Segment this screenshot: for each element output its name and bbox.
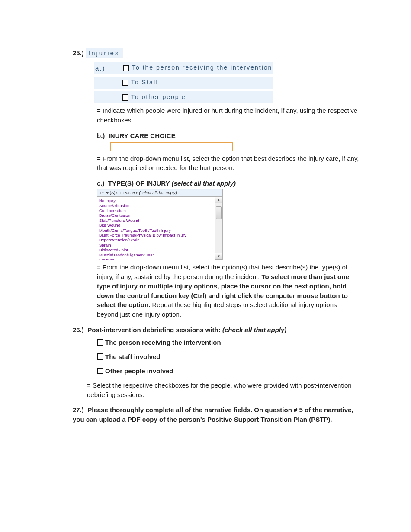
q25-number: 25.) [73, 49, 84, 57]
injury-option[interactable]: Hyperextension/Strain [99, 237, 213, 242]
q25-b-title: INURY CARE CHOICE [109, 132, 176, 139]
injury-option[interactable]: Bruise/Contusion [99, 213, 213, 218]
scrollbar[interactable]: ▲ ▼ [215, 197, 222, 260]
injury-option[interactable]: Stab/Puncture Wound [99, 218, 213, 223]
injury-care-dropdown[interactable] [110, 142, 233, 151]
injury-option[interactable]: Dislocated Joint [99, 247, 213, 252]
q27-paragraph: 27.) Please thoroughly complete all of t… [73, 405, 359, 424]
checkbox-other-people[interactable] [122, 94, 128, 101]
q25-c-instruction: = From the drop-down menu list, select t… [97, 263, 359, 319]
injury-widget-body: No Injury Scrape/Abrasion Cut/Laceration… [97, 197, 222, 260]
q25-c-heading: c.) TYPE(S) OF INJURY (select all that a… [97, 179, 359, 188]
q27-number: 27.) [73, 406, 84, 413]
q25-cb-label-1: To Staff [131, 78, 158, 87]
q26-cb-label-1: The staff involved [105, 352, 161, 361]
q26-note: (check all that apply) [222, 326, 286, 333]
q26-heading: 26.) Post-intervention debriefing sessio… [73, 325, 359, 334]
scroll-down-icon[interactable]: ▼ [215, 253, 222, 260]
q26-title: Post-intervention debriefing sessions wi… [87, 326, 221, 333]
injury-widget-header-text: TYPE(S) OF INJURY [99, 190, 138, 195]
injury-option[interactable]: Blunt Force Trauma/Physical Blow Impact … [99, 233, 213, 237]
q26-checkbox-group: The person receiving the intervention Th… [97, 338, 359, 375]
q27-text: Please thoroughly complete all of the na… [73, 406, 353, 423]
injury-option[interactable]: Sprain [99, 243, 213, 247]
injury-option[interactable]: Cut/Laceration [99, 208, 213, 213]
q26-row-0: The person receiving the intervention [97, 338, 359, 347]
q25-cb-label-0: To the person receiving the intervention [132, 64, 272, 72]
checkbox-debrief-staff[interactable] [97, 353, 103, 360]
injury-widget-header: TYPE(S) OF INJURY (select all that apply… [97, 189, 222, 197]
injury-widget-header-note: (select all that apply) [139, 190, 177, 195]
injury-option[interactable]: Bite Wound [99, 223, 213, 228]
q25-b-label: b.) [97, 132, 105, 139]
scroll-up-icon[interactable]: ▲ [215, 197, 222, 203]
checkbox-person-receiving[interactable] [123, 65, 129, 71]
q25-c-title: TYPE(S) OF INJURY [108, 179, 170, 187]
injury-option[interactable]: Fracture [99, 257, 213, 260]
q25-c-note: (select all that apply) [172, 179, 236, 187]
q25-b-instruction: = From the drop-down menu list, select t… [97, 154, 359, 173]
q26-row-1: The staff involved [97, 352, 359, 361]
injury-options-list[interactable]: No Injury Scrape/Abrasion Cut/Laceration… [97, 197, 215, 260]
checkbox-debrief-person[interactable] [97, 339, 103, 346]
document-page: 25.) Injuries a.) To the person receivin… [0, 0, 411, 468]
q25-a-group: a.) To the person receiving the interven… [94, 62, 359, 103]
q25-a-instruction: = Indicate which people were injured or … [97, 106, 359, 125]
q26-cb-label-2: Other people involved [105, 366, 173, 375]
checkbox-debrief-other[interactable] [97, 368, 103, 374]
injury-option[interactable]: Muscle/Tendon/Ligament Tear [99, 253, 213, 257]
q26-number: 26.) [73, 326, 84, 333]
q25-cb-label-2: To other people [131, 93, 186, 102]
injury-option[interactable]: Scrape/Abrasion [99, 203, 213, 208]
injury-option[interactable]: No Injury [99, 198, 213, 203]
q25-a-row-2: To other people [94, 91, 273, 103]
q26-instruction: = Select the respective checkboxes for t… [87, 381, 359, 400]
scroll-thumb[interactable] [216, 206, 222, 219]
injury-option[interactable]: Mouth/Gums/Tongue/Tooth/Teeth Injury [99, 228, 213, 233]
q25-b-heading: b.) INURY CARE CHOICE [97, 131, 359, 140]
q26-cb-label-0: The person receiving the intervention [105, 338, 221, 347]
q26-row-2: Other people involved [97, 366, 359, 375]
q25-a-label: a.) [94, 64, 123, 73]
checkbox-to-staff[interactable] [122, 80, 128, 86]
q25-title: Injuries [86, 48, 123, 58]
q25-a-row-0: a.) To the person receiving the interven… [94, 62, 273, 74]
q25-c-label: c.) [97, 179, 105, 187]
q25-a-row-1: To Staff [94, 77, 273, 89]
injury-type-listbox[interactable]: TYPE(S) OF INJURY (select all that apply… [97, 189, 223, 260]
q25-heading: 25.) Injuries [73, 48, 359, 58]
